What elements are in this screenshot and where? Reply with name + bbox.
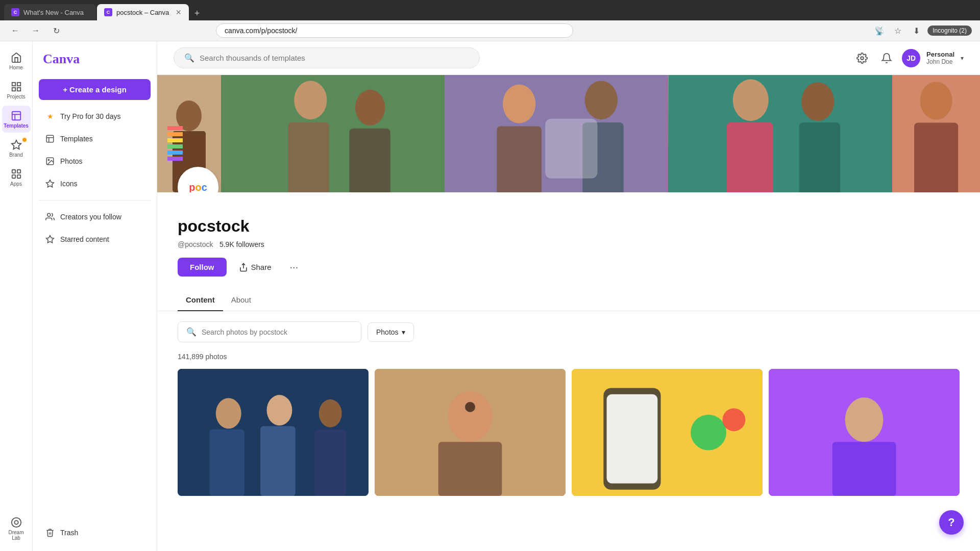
- svg-rect-32: [288, 122, 329, 192]
- sidebar-item-templates[interactable]: Templates: [2, 106, 31, 133]
- photo-card-4[interactable]: [769, 369, 960, 496]
- nav-item-templates[interactable]: Templates: [39, 129, 151, 149]
- user-avatar[interactable]: JD: [902, 49, 920, 67]
- forward-button[interactable]: →: [29, 23, 43, 38]
- svg-rect-52: [209, 429, 244, 496]
- svg-point-33: [355, 90, 385, 126]
- nav-item-templates-label: Templates: [60, 135, 93, 143]
- sidebar-item-apps[interactable]: Apps: [2, 164, 31, 191]
- hero-image-2: [221, 75, 445, 192]
- more-options-button[interactable]: ···: [284, 257, 305, 277]
- sidebar-item-brand[interactable]: Brand: [2, 135, 31, 162]
- nav-item-photos[interactable]: Photos: [39, 151, 151, 171]
- trash-nav-icon: [45, 528, 55, 538]
- photo-search-bar[interactable]: 🔍: [178, 321, 361, 342]
- svg-rect-40: [546, 119, 598, 179]
- svg-point-58: [448, 391, 492, 442]
- share-icon: [239, 263, 248, 272]
- svg-point-47: [920, 82, 952, 120]
- sidebar-item-dreamlab[interactable]: Dream Lab: [2, 512, 31, 545]
- hero-image-3: [445, 75, 668, 192]
- photo-search-icon: 🔍: [186, 327, 197, 337]
- bookmark-icon[interactable]: ☆: [891, 23, 905, 38]
- dreamlab-icon: [10, 516, 22, 529]
- nav-item-try-pro[interactable]: ★ Try Pro for 30 days: [39, 106, 151, 127]
- photo-card-3[interactable]: [572, 369, 763, 496]
- svg-rect-10: [17, 175, 20, 178]
- search-bar[interactable]: 🔍: [174, 47, 480, 68]
- tab-title-1: What's New - Canva: [23, 9, 89, 16]
- user-dropdown-arrow[interactable]: ▾: [961, 55, 964, 62]
- svg-point-31: [294, 81, 327, 119]
- header-actions: JD Personal John Doe ▾: [853, 49, 964, 67]
- download-icon[interactable]: ⬇: [909, 23, 923, 38]
- nav-item-trash[interactable]: Trash: [39, 522, 151, 543]
- nav-item-creators-follow[interactable]: Creators you follow: [39, 207, 151, 227]
- search-input[interactable]: [200, 54, 469, 62]
- new-tab-button[interactable]: +: [190, 6, 204, 20]
- user-info[interactable]: Personal John Doe: [926, 51, 954, 65]
- svg-rect-30: [221, 75, 445, 192]
- svg-point-20: [861, 57, 864, 60]
- follow-button[interactable]: Follow: [178, 258, 227, 277]
- svg-point-67: [845, 397, 884, 442]
- address-bar: ← → ↻ 📡 ☆ ⬇ Incognito (2): [0, 20, 980, 41]
- photo-search-input[interactable]: [202, 328, 353, 336]
- create-design-button[interactable]: + Create a design: [39, 79, 151, 100]
- hero-images: poc: [157, 75, 980, 192]
- starred-nav-icon: [45, 234, 55, 244]
- content-tabs: Content About: [157, 289, 980, 311]
- refresh-button[interactable]: ↻: [49, 23, 63, 38]
- help-button[interactable]: ?: [939, 510, 964, 535]
- svg-rect-48: [914, 122, 958, 192]
- settings-button[interactable]: [853, 49, 871, 67]
- sidebar-bottom: Dream Lab: [2, 512, 31, 545]
- canva-logo[interactable]: Canva: [39, 49, 151, 69]
- photo-card-2[interactable]: [375, 369, 566, 496]
- templates-nav-icon: [45, 134, 55, 144]
- user-name: John Doe: [926, 58, 954, 65]
- svg-rect-25: [167, 132, 183, 136]
- incognito-badge[interactable]: Incognito (2): [927, 26, 972, 36]
- sidebar-item-home[interactable]: Home: [2, 47, 31, 74]
- share-button[interactable]: Share: [233, 258, 278, 277]
- notifications-button[interactable]: [877, 49, 896, 67]
- pro-star-icon: ★: [45, 111, 55, 121]
- photo-card-1[interactable]: [178, 369, 369, 496]
- nav-item-starred-label: Starred content: [60, 235, 109, 243]
- nav-item-trash-label: Trash: [60, 529, 78, 537]
- svg-rect-45: [799, 122, 840, 192]
- cast-icon[interactable]: 📡: [872, 23, 887, 38]
- svg-rect-24: [167, 126, 183, 130]
- tab-pocstock[interactable]: C pocstock – Canva ✕: [97, 4, 189, 20]
- sidebar-icon-label-apps: Apps: [10, 181, 22, 187]
- svg-rect-1: [17, 83, 20, 86]
- svg-rect-43: [727, 122, 773, 192]
- svg-point-36: [503, 85, 535, 123]
- sidebar-icon-label-home: Home: [9, 65, 23, 70]
- sidebar-item-projects[interactable]: Projects: [2, 77, 31, 104]
- user-initials: JD: [906, 54, 916, 62]
- photo-grid: [157, 369, 980, 516]
- svg-point-11: [11, 518, 20, 527]
- svg-rect-13: [46, 135, 54, 142]
- photos-filter-chevron-icon: ▾: [402, 328, 405, 336]
- back-button[interactable]: ←: [8, 23, 22, 38]
- tab-content[interactable]: Content: [178, 289, 223, 311]
- app-layout: Home Projects Templates Brand Apps: [0, 41, 980, 551]
- svg-point-44: [801, 82, 834, 121]
- close-tab-icon[interactable]: ✕: [176, 8, 182, 16]
- browser-actions: 📡 ☆ ⬇ Incognito (2): [872, 23, 972, 38]
- tab-whats-new[interactable]: C What's New - Canva: [4, 4, 96, 20]
- photos-filter-button[interactable]: Photos ▾: [368, 322, 414, 342]
- tab-title-2: pocstock – Canva: [116, 9, 172, 16]
- svg-rect-4: [12, 112, 20, 120]
- url-bar[interactable]: [216, 23, 573, 38]
- nav-item-icons[interactable]: Icons: [39, 173, 151, 194]
- nav-item-starred[interactable]: Starred content: [39, 229, 151, 249]
- hero-image-4: [669, 75, 892, 192]
- hero-image-1: poc: [157, 75, 221, 192]
- create-design-label: + Create a design: [63, 85, 127, 94]
- tab-about[interactable]: About: [223, 289, 259, 311]
- main-header: 🔍 JD Personal John Doe ▾: [157, 41, 980, 75]
